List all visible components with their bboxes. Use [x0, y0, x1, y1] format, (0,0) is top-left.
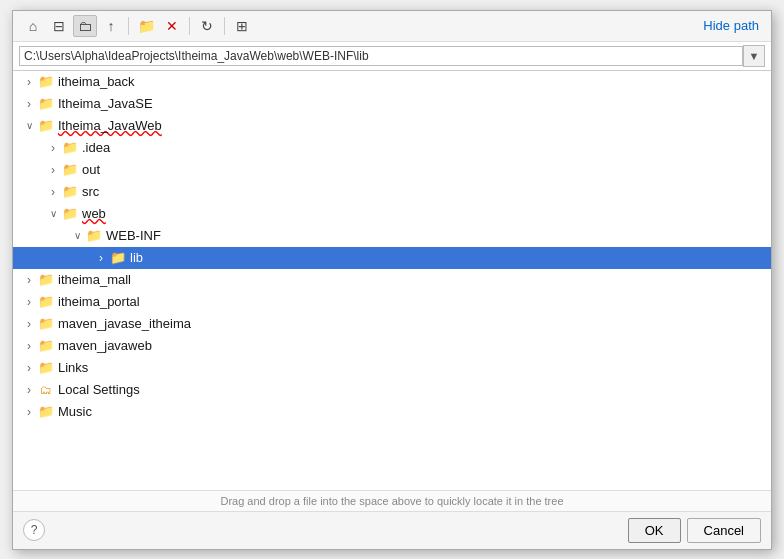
separator-1 — [128, 17, 129, 35]
local-settings-label: Local Settings — [58, 382, 771, 397]
expander-itheima-portal[interactable] — [21, 291, 37, 313]
special-folder-icon: 🗂 — [37, 383, 55, 397]
tree-row[interactable]: 📁 itheima_back — [13, 71, 771, 93]
delete-btn[interactable]: ✕ — [160, 15, 184, 37]
new-folder-btn[interactable]: 📁 — [134, 15, 158, 37]
tree-row-selected[interactable]: 📁 lib — [13, 247, 771, 269]
bottom-bar: ? OK Cancel — [13, 511, 771, 549]
expander-local-settings[interactable] — [21, 379, 37, 401]
tree-row[interactable]: 📁 .idea — [13, 137, 771, 159]
path-browse-btn[interactable]: ▼ — [743, 45, 765, 67]
folder-icon: 📁 — [37, 273, 55, 287]
tree-row[interactable]: 📁 Itheima_JavaSE — [13, 93, 771, 115]
folder-icon: 📁 — [61, 141, 79, 155]
folder-icon: 📁 — [37, 119, 55, 133]
expander-web[interactable] — [45, 203, 61, 225]
cancel-button[interactable]: Cancel — [687, 518, 761, 543]
item-label: WEB-INF — [106, 228, 771, 243]
tree-row[interactable]: 📁 Music — [13, 401, 771, 423]
tree-row[interactable]: 📁 maven_javase_itheima — [13, 313, 771, 335]
options-btn[interactable]: ⊞ — [230, 15, 254, 37]
refresh-btn[interactable]: ↻ — [195, 15, 219, 37]
list-view-btn[interactable]: ⊟ — [47, 15, 71, 37]
folder-icon: 📁 — [37, 361, 55, 375]
separator-2 — [189, 17, 190, 35]
expander-webinf[interactable] — [69, 225, 85, 247]
item-label: maven_javaweb — [58, 338, 771, 353]
expander-music[interactable] — [21, 401, 37, 423]
path-bar: ▼ — [13, 42, 771, 71]
item-label: itheima_back — [58, 74, 771, 89]
file-chooser-dialog: ⌂ ⊟ 🗀 ↑ 📁 ✕ ↻ ⊞ Hide path ▼ 📁 itheima_ba… — [12, 10, 772, 550]
expander-idea[interactable] — [45, 137, 61, 159]
tree-row[interactable]: 🗂 Local Settings — [13, 379, 771, 401]
folder-icon: 📁 — [37, 339, 55, 353]
item-label: maven_javase_itheima — [58, 316, 771, 331]
up-btn[interactable]: ↑ — [99, 15, 123, 37]
status-bar: Drag and drop a file into the space abov… — [13, 490, 771, 511]
item-label: Itheima_JavaWeb — [58, 118, 771, 133]
help-button[interactable]: ? — [23, 519, 45, 541]
tree-row[interactable]: 📁 Links — [13, 357, 771, 379]
item-label: itheima_portal — [58, 294, 771, 309]
expander-out[interactable] — [45, 159, 61, 181]
ok-button[interactable]: OK — [628, 518, 681, 543]
expander-links[interactable] — [21, 357, 37, 379]
item-label: lib — [130, 250, 771, 265]
tree-row[interactable]: 📁 WEB-INF — [13, 225, 771, 247]
tree-row[interactable]: 📁 maven_javaweb — [13, 335, 771, 357]
tree-view-btn[interactable]: 🗀 — [73, 15, 97, 37]
expander-itheima-javase[interactable] — [21, 93, 37, 115]
expander-maven-javaweb[interactable] — [21, 335, 37, 357]
folder-icon: 📁 — [37, 317, 55, 331]
status-text: Drag and drop a file into the space abov… — [220, 495, 563, 507]
item-label: web — [82, 206, 771, 221]
folder-icon: 📁 — [61, 163, 79, 177]
expander-src[interactable] — [45, 181, 61, 203]
expander-itheima-back[interactable] — [21, 71, 37, 93]
folder-icon: 📁 — [37, 75, 55, 89]
separator-3 — [224, 17, 225, 35]
folder-icon: 📁 — [61, 185, 79, 199]
path-input[interactable] — [19, 46, 743, 66]
folder-icon: 📁 — [37, 405, 55, 419]
folder-icon: 📁 — [37, 295, 55, 309]
hide-path-button[interactable]: Hide path — [699, 16, 763, 35]
expander-lib[interactable] — [93, 247, 109, 269]
tree-row[interactable]: 📁 web — [13, 203, 771, 225]
file-tree: 📁 itheima_back 📁 Itheima_JavaSE 📁 Itheim… — [13, 71, 771, 490]
item-label: .idea — [82, 140, 771, 155]
folder-icon: 📁 — [109, 251, 127, 265]
tree-row[interactable]: 📁 itheima_mall — [13, 269, 771, 291]
item-label: out — [82, 162, 771, 177]
home-btn[interactable]: ⌂ — [21, 15, 45, 37]
expander-itheima-mall[interactable] — [21, 269, 37, 291]
tree-row[interactable]: 📁 out — [13, 159, 771, 181]
folder-icon: 📁 — [61, 207, 79, 221]
item-label: itheima_mall — [58, 272, 771, 287]
toolbar: ⌂ ⊟ 🗀 ↑ 📁 ✕ ↻ ⊞ Hide path — [13, 11, 771, 42]
tree-row[interactable]: 📁 itheima_portal — [13, 291, 771, 313]
item-label: Itheima_JavaSE — [58, 96, 771, 111]
item-label: Links — [58, 360, 771, 375]
folder-icon: 📁 — [85, 229, 103, 243]
item-label: Music — [58, 404, 771, 419]
item-label: src — [82, 184, 771, 199]
folder-icon: 📁 — [37, 97, 55, 111]
expander-itheima-javaweb[interactable] — [21, 115, 37, 137]
expander-maven-javase[interactable] — [21, 313, 37, 335]
tree-row[interactable]: 📁 src — [13, 181, 771, 203]
tree-row[interactable]: 📁 Itheima_JavaWeb — [13, 115, 771, 137]
